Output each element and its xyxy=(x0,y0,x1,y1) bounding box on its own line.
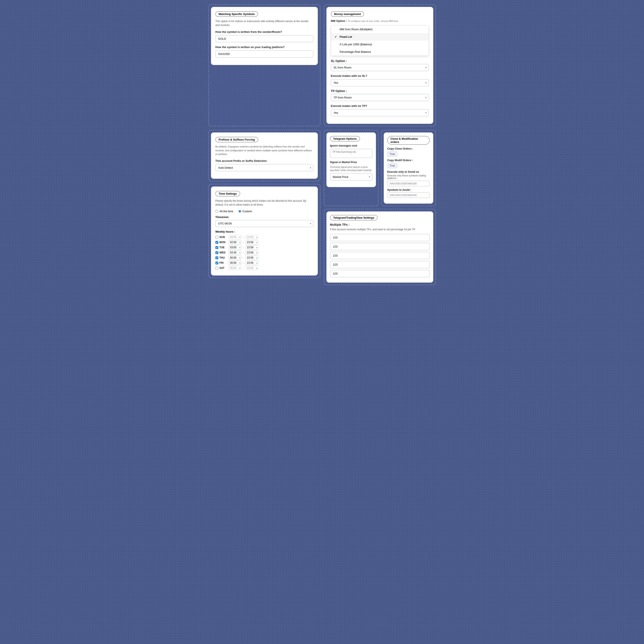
thu-checkbox[interactable] xyxy=(215,256,218,259)
ignore-messages-input[interactable] xyxy=(330,149,372,158)
day-row-sat: SAT 00:00 - 23:59 xyxy=(215,266,313,270)
day-row-fri: FRI 00:00 - 23:59 xyxy=(215,261,313,265)
tp-value-3[interactable] xyxy=(330,252,430,259)
mm-option-label: MM Option : xyxy=(331,19,347,23)
copy-modif-value: True xyxy=(387,163,397,168)
mon-label: MON xyxy=(220,241,227,244)
multiple-tp-desc: If this account receives multiple TPs, a… xyxy=(330,228,430,231)
dropdown-item-percentage[interactable]: Percentage Risk Balance xyxy=(331,48,429,56)
platform-input[interactable] xyxy=(215,50,313,58)
sl-option-label: SL Option : xyxy=(331,59,429,63)
custom-label: Custom xyxy=(242,210,252,213)
execute-no-sl-wrap: Yes No xyxy=(331,79,429,86)
signal-price-desc: Choosing signal price places a price spe… xyxy=(330,165,372,172)
day-row-wed: WED 03:3000:00 - 23:59 xyxy=(215,250,313,255)
execute-symbols-input[interactable] xyxy=(387,181,430,186)
check-icon xyxy=(335,28,338,31)
timezone-label: Timezone: xyxy=(215,215,313,219)
check-icon xyxy=(335,50,338,53)
timezone-wrap: UTC-06:00 UTC-05:00 UTC+00:00 xyxy=(215,220,313,227)
tue-start[interactable]: 03:0000:00 xyxy=(229,245,241,250)
wed-start[interactable]: 03:3000:00 xyxy=(229,250,241,255)
weekly-label: Weekly hours : xyxy=(215,230,313,233)
sl-option-select[interactable]: SL from Room No SL Custom SL xyxy=(331,64,429,71)
platform-label: How the symbol is written on your tradin… xyxy=(215,45,313,49)
sender-input[interactable] xyxy=(215,35,313,42)
execute-no-tp-select[interactable]: Yes No xyxy=(331,109,429,116)
custom-option[interactable]: Custom xyxy=(238,210,252,213)
tradingview-settings-card: Telegram/TradingView Settings Multiple T… xyxy=(326,211,433,283)
check-icon xyxy=(335,43,338,46)
account-detect-label: This account Prefix or Suffix Detection xyxy=(215,159,313,163)
copy-close-value: True xyxy=(387,152,397,157)
timezone-select[interactable]: UTC-06:00 UTC-05:00 UTC+00:00 xyxy=(215,220,313,227)
custom-radio[interactable] xyxy=(238,210,241,213)
tv-settings-title: Telegram/TradingView Settings xyxy=(330,215,378,220)
sat-start: 00:00 xyxy=(229,266,241,270)
sun-start: 00:00 xyxy=(229,235,241,239)
time-settings-card: Time Settings Please specify the times d… xyxy=(211,186,318,276)
check-icon: ✓ xyxy=(335,35,338,38)
auto-detect-select[interactable]: Auto-Detect Manual Disabled xyxy=(215,164,313,171)
avoid-symbols-input[interactable] xyxy=(387,192,430,198)
dropdown-item-label: X Lots per 1000 (Balance) xyxy=(340,43,372,46)
sat-checkbox[interactable] xyxy=(215,267,218,270)
close-mod-card: Close & Modification orders Copy Close O… xyxy=(384,132,433,204)
time-settings-desc: Please specify the times during which tr… xyxy=(215,199,313,207)
tp-value-5[interactable] xyxy=(330,270,430,277)
execute-no-tp-wrap: Yes No xyxy=(331,109,429,116)
thu-start[interactable]: 00:00 xyxy=(229,256,241,260)
prefixes-title: Prefixes & Suffixes Forcing xyxy=(215,137,258,142)
execute-label: Execute only or Avoid so xyxy=(387,170,430,173)
time-settings-title: Time Settings xyxy=(215,191,240,196)
telegram-options-card: Telegram Options Ignore messages cont Si… xyxy=(326,132,376,187)
telegram-options-title: Telegram Options xyxy=(330,136,360,141)
sun-checkbox[interactable] xyxy=(215,236,218,239)
fri-start[interactable]: 00:00 xyxy=(229,261,241,265)
all-time-radio[interactable] xyxy=(215,210,218,213)
sat-label: SAT xyxy=(220,267,227,270)
sender-label: How the symbol is written from the sende… xyxy=(215,30,313,34)
dropdown-item-mm-room[interactable]: MM from Room (Multiplier) xyxy=(331,26,429,33)
matching-symbols-title: Matching Specific Symbols xyxy=(215,11,258,17)
wed-end[interactable]: 23:59 xyxy=(245,250,258,255)
tp-value-2[interactable] xyxy=(330,243,430,250)
prefixes-desc: By default, Copygram matches symbols by … xyxy=(215,145,313,156)
money-management-card: Money management MM Option : To configur… xyxy=(326,7,433,124)
day-row-mon: MON 02:0000:00 - 23:59 xyxy=(215,240,313,244)
dropdown-item-fixed-lot[interactable]: ✓ Fixed Lot xyxy=(331,33,429,41)
tp-value-1[interactable] xyxy=(330,234,430,241)
thu-end[interactable]: 23:59 xyxy=(245,256,258,260)
signal-price-label: Signal or Market Price xyxy=(330,161,372,164)
tue-end[interactable]: 23:59 xyxy=(245,245,258,250)
dropdown-item-label: MM from Room (Multiplier) xyxy=(340,28,373,31)
auto-detect-wrap: Auto-Detect Manual Disabled xyxy=(215,164,313,171)
sat-end: 23:59 xyxy=(245,266,258,270)
copy-close-label: Copy Close Orders : xyxy=(387,147,430,150)
all-time-option[interactable]: All the time xyxy=(215,210,233,213)
tp-option-label: TP Option : xyxy=(331,89,429,93)
matching-symbols-card: Matching Specific Symbols This option is… xyxy=(211,7,318,65)
mm-option-sub: To configure size of your order, choose … xyxy=(348,20,398,22)
fri-checkbox[interactable] xyxy=(215,262,218,264)
mm-dropdown[interactable]: MM from Room (Multiplier) ✓ Fixed Lot X … xyxy=(331,25,429,56)
tp-option-select-wrap: TP from Room No TP Custom TP xyxy=(331,94,429,101)
fri-end[interactable]: 23:59 xyxy=(245,261,258,265)
tue-checkbox[interactable] xyxy=(215,246,218,249)
wed-checkbox[interactable] xyxy=(215,251,218,254)
close-mod-title: Close & Modification orders xyxy=(387,136,430,145)
tue-label: TUE xyxy=(220,246,227,249)
tp-value-4[interactable] xyxy=(330,261,430,268)
dropdown-item-x-lots[interactable]: X Lots per 1000 (Balance) xyxy=(331,41,429,48)
execute-no-sl-select[interactable]: Yes No xyxy=(331,79,429,86)
tp-option-select[interactable]: TP from Room No TP Custom TP xyxy=(331,94,429,101)
market-price-select[interactable]: Market Price Signal Price xyxy=(330,173,372,180)
mon-checkbox[interactable] xyxy=(215,241,218,244)
execute-no-tp-label: Execute trades with no TP? xyxy=(331,104,429,108)
mon-start[interactable]: 02:0000:00 xyxy=(229,240,241,244)
sun-end: 23:59 xyxy=(245,235,258,239)
mon-end[interactable]: 23:59 xyxy=(245,240,258,244)
fri-label: FRI xyxy=(220,261,227,264)
dropdown-item-label: Fixed Lot xyxy=(340,35,352,38)
execute-sub: Execute only these symbols trading platf… xyxy=(387,174,430,179)
